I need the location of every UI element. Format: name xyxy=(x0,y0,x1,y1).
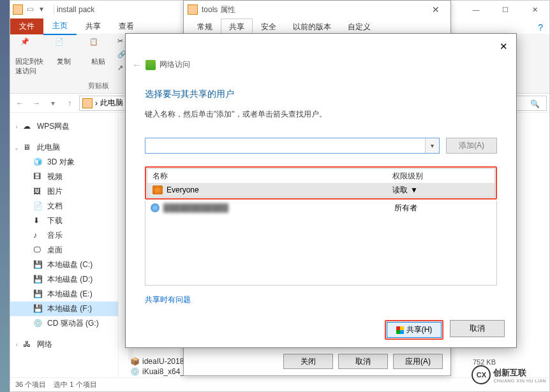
separator xyxy=(54,4,54,15)
user-list: 名称 权限级别 Everyone 读取▼ xyxy=(147,168,495,198)
props-apply-btn[interactable]: 应用(A) xyxy=(393,354,443,369)
status-selected: 选中 1 个项目 xyxy=(54,380,96,389)
user-combobox[interactable]: ▾ xyxy=(145,138,440,154)
shield-icon xyxy=(396,326,404,334)
doc-icon: 📄 xyxy=(33,201,43,212)
sidebar-drive-f[interactable]: 💾本地磁盘 (F:) xyxy=(10,301,118,316)
watermark: CX 创新互联 CHUANG XIN HU LIAN xyxy=(472,365,546,384)
drive-icon: 💾 xyxy=(33,260,43,270)
user-name-blurred: ████████████ xyxy=(163,203,228,212)
sidebar-drive-g[interactable]: 💿CD 驱动器 (G:) xyxy=(10,316,118,331)
status-bar: 36 个项目 选中 1 个项目 xyxy=(10,377,549,391)
file-row[interactable]: 📦ideaIU-2018.2 xyxy=(130,357,190,366)
user-input[interactable] xyxy=(145,138,424,153)
nav-up-button[interactable]: ↑ xyxy=(63,96,77,110)
props-tab-security[interactable]: 安全 xyxy=(253,18,285,34)
ribbon-copy-button[interactable]: 📄 复制 xyxy=(48,36,79,66)
sidebar-thispc[interactable]: ⌄🖥此电脑 xyxy=(10,140,118,155)
sidebar-3dobjects[interactable]: 🧊3D 对象 xyxy=(10,155,118,170)
network-share-dialog: ✕ ← 网络访问 选择要与其共享的用户 键入名称，然后单击"添加"，或者单击箭头… xyxy=(125,33,517,348)
trouble-link[interactable]: 共享时有问题 xyxy=(145,294,191,305)
props-tab-previous[interactable]: 以前的版本 xyxy=(285,18,339,34)
folder-icon xyxy=(82,98,93,108)
ribbon-group-label: 剪贴板 xyxy=(88,81,109,91)
network-icon: 🖧 xyxy=(23,340,33,350)
drive-icon: 💾 xyxy=(33,275,43,285)
user-row-owner[interactable]: ████████████ 所有者 xyxy=(145,201,496,215)
share-content: 选择要与其共享的用户 键入名称，然后单击"添加"，或者单击箭头查找用户。 ▾ 添… xyxy=(145,89,497,313)
download-icon: ⬇ xyxy=(33,216,43,226)
sidebar-drive-c[interactable]: 💾本地磁盘 (C:) xyxy=(10,258,118,272)
properties-buttons: 关闭 取消 应用(A) xyxy=(283,354,443,369)
sidebar-videos[interactable]: 🎞视频 xyxy=(10,170,118,184)
user-icon xyxy=(151,203,160,212)
props-close-btn[interactable]: 关闭 xyxy=(283,354,333,369)
props-tab-general[interactable]: 常规 xyxy=(189,18,221,34)
search-icon[interactable]: 🔍 xyxy=(525,96,544,112)
combobox-dropdown-icon[interactable]: ▾ xyxy=(425,138,439,153)
ribbon-pin-button[interactable]: 📌 固定到快 速访问 xyxy=(14,36,45,76)
perm-dropdown-icon[interactable]: ▼ xyxy=(410,185,418,194)
close-button[interactable]: ✕ xyxy=(520,1,549,18)
qat-dropdown-icon[interactable]: ▾ xyxy=(40,4,50,15)
ribbon-tab-share[interactable]: 共享 xyxy=(77,18,110,34)
music-icon: ♪ xyxy=(33,231,43,241)
highlight-frame: 共享(H) xyxy=(385,320,443,340)
add-button[interactable]: 添加(A) xyxy=(446,138,497,154)
props-tab-custom[interactable]: 自定义 xyxy=(339,18,379,34)
nav-back-button[interactable]: ← xyxy=(13,96,27,110)
ribbon-tab-home[interactable]: 主页 xyxy=(43,18,77,35)
cut-icon: ✂ xyxy=(117,37,123,45)
maximize-button[interactable]: ☐ xyxy=(491,1,520,18)
share-subtext: 键入名称，然后单击"添加"，或者单击箭头查找用户。 xyxy=(145,109,497,120)
minimize-button[interactable]: — xyxy=(461,1,491,18)
ribbon-paste-label: 粘贴 xyxy=(91,57,105,66)
user-input-row: ▾ 添加(A) xyxy=(145,138,497,154)
cancel-button[interactable]: 取消 xyxy=(450,320,505,337)
drive-icon: 💾 xyxy=(33,304,43,314)
share-close-button[interactable]: ✕ xyxy=(494,38,512,55)
ribbon-tab-file[interactable]: 文件 xyxy=(10,18,43,34)
group-icon xyxy=(152,185,163,194)
nav-forward-button[interactable]: → xyxy=(29,96,43,110)
sidebar-network[interactable]: ›🖧网络 xyxy=(10,337,118,352)
sidebar-documents[interactable]: 📄文档 xyxy=(10,199,118,214)
properties-close-button[interactable]: ✕ xyxy=(421,1,450,18)
props-tab-share[interactable]: 共享 xyxy=(221,18,253,34)
watermark-sub: CHUANG XIN HU LIAN xyxy=(493,379,546,383)
col-perm[interactable]: 权限级别 xyxy=(392,171,494,182)
ribbon-paste-button[interactable]: 📋 粘贴 xyxy=(83,36,114,66)
props-cancel-btn[interactable]: 取消 xyxy=(338,354,388,369)
desktop-edge xyxy=(0,0,10,392)
monitor-icon: 🖥 xyxy=(23,143,33,153)
sidebar: ›☁WPS网盘 ⌄🖥此电脑 🧊3D 对象 🎞视频 🖼图片 📄文档 ⬇下载 ♪音乐… xyxy=(10,115,119,377)
sidebar-desktop[interactable]: 🖵桌面 xyxy=(10,243,118,258)
properties-title: tools 属性 xyxy=(202,4,235,15)
user-list-continued: ████████████ 所有者 xyxy=(145,201,497,286)
sidebar-pictures[interactable]: 🖼图片 xyxy=(10,184,118,199)
sidebar-downloads[interactable]: ⬇下载 xyxy=(10,214,118,228)
sidebar-music[interactable]: ♪音乐 xyxy=(10,228,118,243)
col-name[interactable]: 名称 xyxy=(147,171,392,182)
window-title: install pack xyxy=(57,5,94,14)
sidebar-wps[interactable]: ›☁WPS网盘 xyxy=(10,119,118,134)
sidebar-drive-d[interactable]: 💾本地磁盘 (D:) xyxy=(10,272,118,287)
qat-save-icon[interactable]: ▭ xyxy=(27,4,37,15)
user-list-header: 名称 权限级别 xyxy=(147,169,494,183)
share-button[interactable]: 共享(H) xyxy=(387,322,442,338)
back-arrow-icon[interactable]: ← xyxy=(132,59,142,70)
user-row-everyone[interactable]: Everyone 读取▼ xyxy=(147,183,494,197)
address-text[interactable]: 此电脑 xyxy=(100,98,123,108)
pin-icon: 📌 xyxy=(20,38,38,55)
cd-icon: 💿 xyxy=(33,319,43,329)
ribbon-copy-label: 复制 xyxy=(57,57,71,66)
file-icon: 📦 xyxy=(130,357,140,366)
nav-recent-dropdown[interactable]: ▾ xyxy=(46,96,60,110)
help-icon[interactable]: ? xyxy=(538,22,543,33)
image-icon: 🖼 xyxy=(33,187,43,197)
ribbon-tab-view[interactable]: 查看 xyxy=(110,18,143,34)
sidebar-drive-e[interactable]: 💾本地磁盘 (E:) xyxy=(10,287,118,301)
video-icon: 🎞 xyxy=(33,172,43,182)
folder-icon xyxy=(188,4,198,15)
window-controls: — ☐ ✕ xyxy=(461,1,549,18)
